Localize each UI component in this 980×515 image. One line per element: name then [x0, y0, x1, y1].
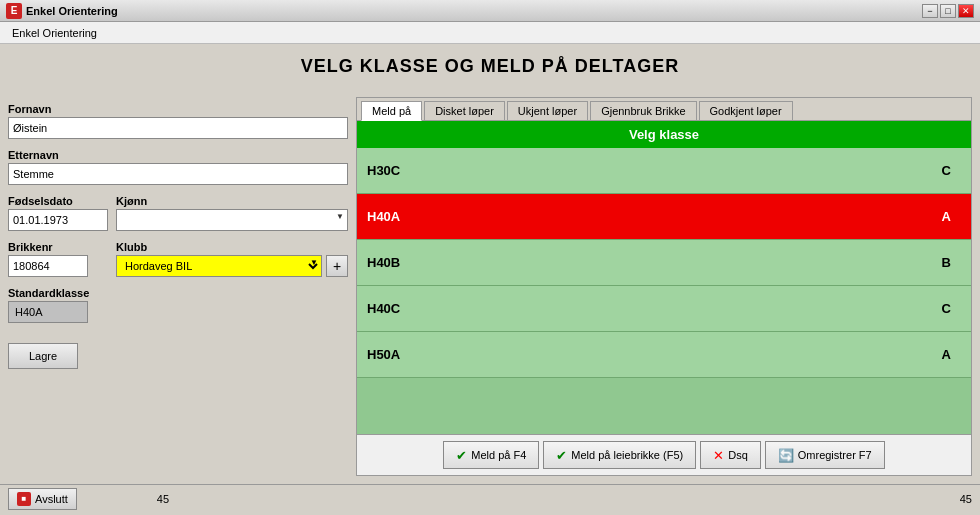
maximize-button[interactable]: □: [940, 4, 956, 18]
class-name: H50A: [367, 347, 942, 362]
klubb-select-wrapper: Hordaveg BIL: [116, 255, 322, 277]
refresh-icon: 🔄: [778, 448, 794, 463]
etternavn-field-group: Etternavn: [8, 143, 348, 185]
etternavn-input[interactable]: [8, 163, 348, 185]
brikkenr-label: Brikkenr: [8, 241, 108, 253]
fodselsdato-group: Fødselsdato: [8, 189, 108, 231]
status-bar: Avslutt 45 45: [0, 484, 980, 512]
fodselsdato-kjonn-row: Fødselsdato Kjønn M K: [8, 189, 348, 231]
kjonn-select[interactable]: M K: [116, 209, 348, 231]
brikkenr-group: Brikkenr: [8, 235, 108, 277]
status-count-right: 45: [960, 493, 972, 505]
kjonn-label: Kjønn: [116, 195, 348, 207]
klubb-group: Klubb Hordaveg BIL +: [116, 235, 348, 277]
class-code: C: [942, 163, 951, 178]
close-button[interactable]: ✕: [958, 4, 974, 18]
kjonn-select-wrapper: M K: [116, 209, 348, 231]
class-row[interactable]: H50A A: [357, 332, 971, 378]
dsq-label: Dsq: [728, 449, 748, 461]
class-list-header: Velg klasse: [357, 121, 971, 148]
left-panel: Fornavn Etternavn Fødselsdato Kjønn M K: [8, 97, 348, 476]
class-code: A: [942, 347, 951, 362]
standard-klasse-value: H40A: [8, 301, 88, 323]
menu-item-enkel-orientering[interactable]: Enkel Orientering: [4, 25, 105, 41]
class-code: B: [942, 255, 951, 270]
meld-pa-leiebrikke-label: Meld på leiebrikke (F5): [571, 449, 683, 461]
check-icon-2: ✔: [556, 448, 567, 463]
class-code: C: [942, 301, 951, 316]
tab-bar: Meld på Disket løper Ukjent løper Gjennb…: [357, 98, 971, 121]
fodselsdato-input[interactable]: [8, 209, 108, 231]
window-controls: − □ ✕: [922, 4, 974, 18]
fornavn-label: Fornavn: [8, 103, 348, 115]
class-list-scroll[interactable]: H30C C H40A A H40B B H40C C H50A A: [357, 148, 971, 434]
title-bar: E Enkel Orientering − □ ✕: [0, 0, 980, 22]
standard-klasse-label: Standardklasse: [8, 287, 348, 299]
class-name: H40A: [367, 209, 942, 224]
meld-pa-leiebrikke-button[interactable]: ✔ Meld på leiebrikke (F5): [543, 441, 696, 469]
standard-klasse-group: Standardklasse H40A: [8, 281, 348, 323]
add-klubb-button[interactable]: +: [326, 255, 348, 277]
status-left: Avslutt: [8, 488, 77, 510]
class-name: H30C: [367, 163, 942, 178]
title-bar-text: Enkel Orientering: [26, 5, 922, 17]
tab-meld-pa[interactable]: Meld på: [361, 101, 422, 121]
action-bar: ✔ Meld på F4 ✔ Meld på leiebrikke (F5) ✕…: [357, 434, 971, 475]
class-name: H40B: [367, 255, 942, 270]
stop-icon: [17, 492, 31, 506]
tab-ukjent-loper[interactable]: Ukjent løper: [507, 101, 588, 120]
class-name: H40C: [367, 301, 942, 316]
class-row[interactable]: H30C C: [357, 148, 971, 194]
meld-pa-f4-label: Meld på F4: [471, 449, 526, 461]
omregistrer-button[interactable]: 🔄 Omregistrer F7: [765, 441, 885, 469]
minimize-button[interactable]: −: [922, 4, 938, 18]
status-count-left: 45: [157, 493, 169, 505]
right-panel: Meld på Disket løper Ukjent løper Gjennb…: [356, 97, 972, 476]
class-row[interactable]: H40C C: [357, 286, 971, 332]
class-row[interactable]: H40B B: [357, 240, 971, 286]
app-icon: E: [6, 3, 22, 19]
avslutt-label: Avslutt: [35, 493, 68, 505]
brikkenr-input[interactable]: [8, 255, 88, 277]
lagre-button[interactable]: Lagre: [8, 343, 78, 369]
check-icon-1: ✔: [456, 448, 467, 463]
klubb-label: Klubb: [116, 241, 348, 253]
fornavn-input[interactable]: [8, 117, 348, 139]
tab-godkjent-loper[interactable]: Godkjent løper: [699, 101, 793, 120]
meld-pa-f4-button[interactable]: ✔ Meld på F4: [443, 441, 539, 469]
omregistrer-label: Omregistrer F7: [798, 449, 872, 461]
x-icon: ✕: [713, 448, 724, 463]
dsq-button[interactable]: ✕ Dsq: [700, 441, 761, 469]
tab-disket-loper[interactable]: Disket løper: [424, 101, 505, 120]
fodselsdato-label: Fødselsdato: [8, 195, 108, 207]
class-list-container: Velg klasse H30C C H40A A H40B B H40C C …: [357, 121, 971, 434]
klubb-select[interactable]: Hordaveg BIL: [116, 255, 322, 277]
brikkenr-klubb-row: Brikkenr Klubb Hordaveg BIL +: [8, 235, 348, 277]
content-area: Fornavn Etternavn Fødselsdato Kjønn M K: [0, 89, 980, 484]
avslutt-button[interactable]: Avslutt: [8, 488, 77, 510]
class-row[interactable]: H40A A: [357, 194, 971, 240]
kjonn-group: Kjønn M K: [116, 189, 348, 231]
menu-bar: Enkel Orientering: [0, 22, 980, 44]
fornavn-field-group: Fornavn: [8, 97, 348, 139]
tab-gjennbruk-brikke[interactable]: Gjennbruk Brikke: [590, 101, 696, 120]
class-code: A: [942, 209, 951, 224]
klubb-row: Hordaveg BIL +: [116, 255, 348, 277]
etternavn-label: Etternavn: [8, 149, 348, 161]
main-heading: VELG KLASSE OG MELD PÅ DELTAGER: [0, 44, 980, 89]
